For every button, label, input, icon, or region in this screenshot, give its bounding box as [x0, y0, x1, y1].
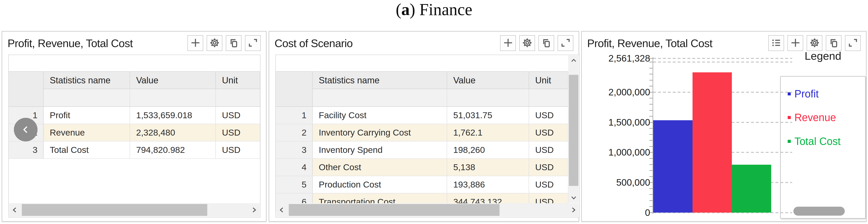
column-header-value[interactable]: Value	[447, 71, 529, 89]
scrollbar-thumb[interactable]	[22, 204, 207, 216]
bar-chart: Legend ProfitRevenueTotal Cost 0500,0001…	[582, 32, 866, 221]
maximize-icon	[248, 37, 258, 49]
table-row[interactable]: 3Inventory Spend198,260USD	[276, 141, 568, 159]
scrollbar-thumb[interactable]	[289, 204, 499, 216]
add-button[interactable]	[187, 35, 203, 51]
panel-profit-revenue-total-cost-table: Profit, Revenue, Total Cost Statistics n…	[2, 31, 267, 222]
cell-statistics-name: Facility Cost	[312, 106, 447, 124]
bar-profit[interactable]	[653, 120, 692, 213]
vertical-scrollbar[interactable]	[568, 56, 579, 203]
legend-marker	[788, 116, 791, 119]
bar-total-cost[interactable]	[732, 165, 771, 213]
filter-cell[interactable]	[529, 89, 568, 106]
legend-marker	[788, 140, 791, 143]
legend-item-profit[interactable]: Profit	[788, 88, 819, 100]
row-number: 3	[276, 141, 312, 159]
cell-value: 193,886	[447, 176, 529, 193]
cell-unit: USD	[529, 176, 568, 193]
settings-button[interactable]	[519, 35, 535, 51]
maximize-button[interactable]	[558, 35, 573, 51]
column-header-unit[interactable]: Unit	[216, 71, 260, 89]
row-number: 2	[276, 124, 312, 141]
filter-cell[interactable]	[447, 89, 529, 106]
horizontal-scrollbar[interactable]	[9, 203, 260, 217]
legend-item-total-cost[interactable]: Total Cost	[788, 135, 841, 147]
column-header-statistics-name[interactable]: Statistics name	[43, 71, 130, 89]
row-number-column-header	[9, 71, 43, 106]
horizontal-scrollbar[interactable]	[276, 203, 579, 217]
scroll-right-icon[interactable]	[250, 206, 258, 214]
settings-button[interactable]	[207, 35, 222, 51]
settings-icon	[522, 37, 532, 49]
copy-button[interactable]	[538, 35, 554, 51]
statistics-table: Statistics name Value Unit 1Profit1,533,…	[9, 71, 260, 159]
scroll-left-icon[interactable]	[278, 206, 285, 214]
y-axis-tick	[649, 86, 653, 87]
scroll-up-icon[interactable]	[570, 57, 577, 64]
add-icon	[503, 37, 514, 49]
y-axis-tick	[649, 74, 653, 74]
table-row[interactable]: 2Inventory Carrying Cost1,762.1USD	[276, 124, 568, 141]
row-number: 5	[276, 176, 312, 193]
cell-statistics-name: Total Cost	[43, 141, 130, 159]
table-row[interactable]: 4Other Cost5,138USD	[276, 159, 568, 176]
chevron-left-icon	[20, 124, 32, 135]
legend-item-revenue[interactable]: Revenue	[788, 111, 836, 124]
table-row[interactable]: 2Revenue2,328,480USD	[9, 124, 260, 141]
legend-title: Legend	[780, 50, 866, 62]
scroll-left-icon[interactable]	[11, 206, 19, 214]
legend-label: Profit	[795, 88, 819, 100]
panel-cost-of-scenario-table: Cost of Scenario Statistics name Value U…	[269, 31, 579, 222]
table-row[interactable]: 3Total Cost794,820.982USD	[9, 141, 260, 159]
caption-word: Finance	[420, 0, 472, 19]
scroll-down-icon[interactable]	[570, 194, 577, 201]
copy-button[interactable]	[226, 35, 242, 51]
figure-caption: (a) Finance	[0, 0, 868, 19]
panel-header: Cost of Scenario	[269, 32, 579, 55]
y-axis-label: 1,000,000	[582, 147, 650, 158]
gridline	[653, 58, 792, 59]
maximize-icon	[560, 37, 571, 49]
y-axis-label: 500,000	[582, 177, 650, 188]
table-row[interactable]: 1Facility Cost51,031.75USD	[276, 106, 568, 124]
table-body: 1Profit1,533,659.018USD2Revenue2,328,480…	[9, 106, 260, 159]
column-header-value[interactable]: Value	[130, 71, 216, 89]
bar-revenue[interactable]	[692, 72, 732, 213]
column-header-unit[interactable]: Unit	[529, 71, 568, 89]
row-number-column-header	[276, 71, 312, 106]
y-axis-tick	[649, 176, 653, 177]
cell-value: 5,138	[447, 159, 529, 176]
cell-unit: USD	[529, 124, 568, 141]
add-button[interactable]	[500, 35, 516, 51]
panel-header: Profit, Revenue, Total Cost	[2, 32, 266, 55]
gridline	[653, 62, 792, 63]
maximize-button[interactable]	[245, 35, 261, 51]
filter-cell[interactable]	[312, 89, 447, 106]
cell-unit: USD	[216, 141, 260, 159]
y-axis-tick	[649, 110, 653, 111]
y-axis-tick	[649, 134, 653, 135]
panel-profit-revenue-total-cost-chart: Profit, Revenue, Total Cost Legend Profi…	[581, 31, 867, 222]
scrollbar-thumb[interactable]	[569, 75, 579, 186]
statistics-table: Statistics name Value Unit 1Facility Cos…	[276, 71, 568, 211]
row-number: 3	[9, 141, 43, 159]
filter-cell[interactable]	[130, 89, 216, 106]
filter-cell[interactable]	[43, 89, 130, 106]
caption-paren-close: )	[410, 0, 420, 19]
filter-cell[interactable]	[216, 89, 260, 106]
cell-value: 1,762.1	[447, 124, 529, 141]
collapse-panel-button[interactable]	[14, 118, 37, 141]
scroll-right-icon[interactable]	[570, 206, 577, 214]
cell-statistics-name: Profit	[43, 106, 130, 124]
cell-unit: USD	[216, 106, 260, 124]
y-axis-label: 1,500,000	[582, 117, 650, 128]
cell-statistics-name: Inventory Spend	[312, 141, 447, 159]
legend-scrollbar-thumb[interactable]	[794, 207, 845, 216]
y-axis-tick	[649, 164, 653, 165]
panel-title: Profit, Revenue, Total Cost	[7, 37, 133, 50]
column-header-statistics-name[interactable]: Statistics name	[312, 71, 447, 89]
panel-title: Cost of Scenario	[275, 37, 352, 50]
table-row[interactable]: 5Production Cost193,886USD	[276, 176, 568, 193]
cell-statistics-name: Inventory Carrying Cost	[312, 124, 447, 141]
table-row[interactable]: 1Profit1,533,659.018USD	[9, 106, 260, 124]
